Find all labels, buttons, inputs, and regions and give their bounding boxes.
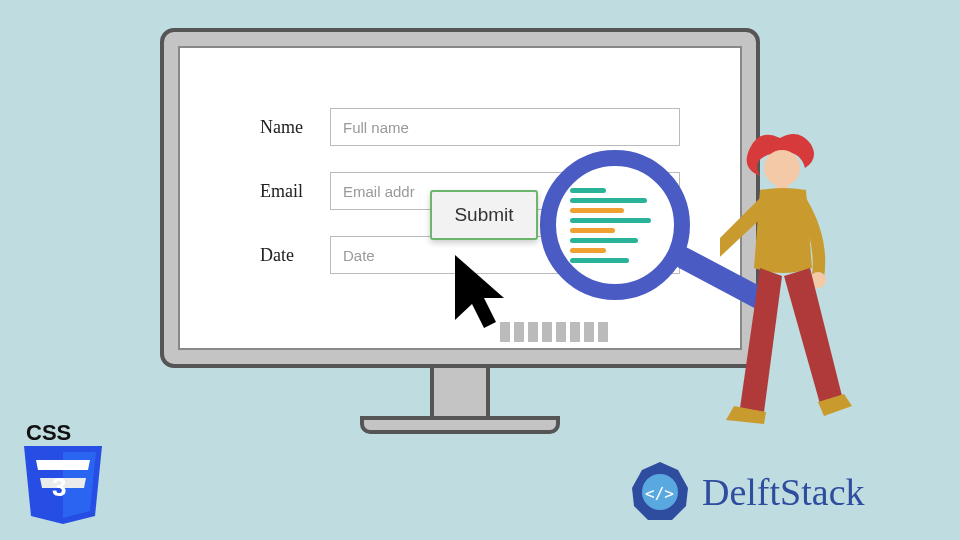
css3-label: CSS <box>26 420 71 445</box>
email-label: Email <box>260 181 330 202</box>
name-input[interactable]: Full name <box>330 108 680 146</box>
svg-point-1 <box>764 150 800 186</box>
monitor-stand-neck <box>430 368 490 418</box>
svg-text:3: 3 <box>52 472 66 502</box>
css3-logo-icon: CSS 3 <box>18 420 108 524</box>
submit-button[interactable]: Submit <box>430 190 538 240</box>
date-label: Date <box>260 245 330 266</box>
code-snippet-icon <box>570 183 660 268</box>
svg-marker-0 <box>455 255 504 328</box>
svg-marker-7 <box>36 460 90 470</box>
delftstack-text: DelftStack <box>702 470 865 514</box>
delftstack-logo: </> DelftStack <box>628 460 865 524</box>
person-illustration <box>720 128 870 448</box>
svg-text:</>: </> <box>645 484 674 503</box>
monitor-stand-base <box>360 416 560 434</box>
cursor-icon <box>450 250 520 340</box>
name-label: Name <box>260 117 330 138</box>
delftstack-emblem-icon: </> <box>628 460 692 524</box>
magnifier-icon <box>540 150 690 300</box>
form-row-name: Name Full name <box>260 108 680 146</box>
